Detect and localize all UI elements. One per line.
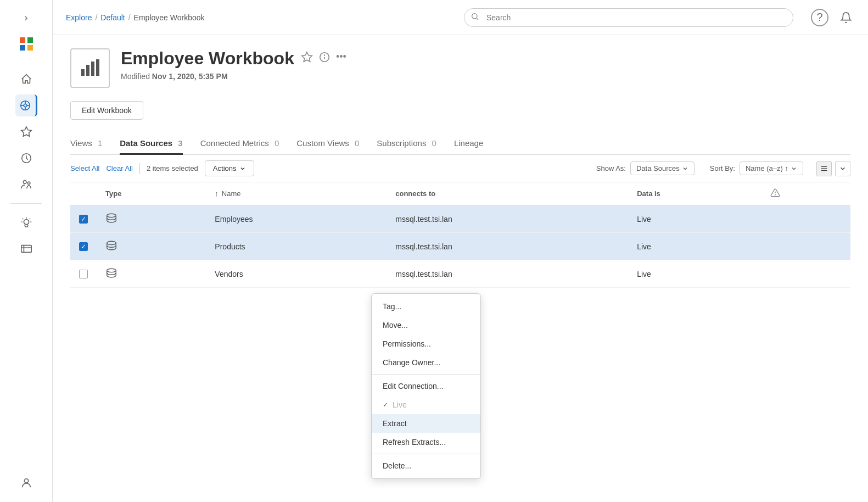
menu-item-permissions[interactable]: Permissions... — [372, 334, 480, 353]
row-warning-products — [761, 233, 850, 260]
svg-rect-28 — [91, 62, 94, 76]
col-connects-to: connects to — [387, 182, 628, 205]
actions-button[interactable]: Actions — [205, 160, 255, 176]
col-type: Type — [97, 182, 206, 205]
workbook-info: Employee Workbook ••• Modified Nov 1, 20… — [121, 48, 346, 81]
tab-subscriptions[interactable]: Subscriptions 0 — [377, 133, 436, 154]
sidebar-toggle[interactable]: › — [15, 7, 37, 29]
header-icons: ? — [811, 9, 855, 26]
checkbox-products[interactable]: ✓ — [79, 242, 88, 251]
workbook-modified-date: Nov 1, 2020, 5:35 PM — [152, 72, 228, 81]
search-bar — [464, 8, 793, 27]
breadcrumb-default[interactable]: Default — [100, 13, 125, 22]
workbook-title: Employee Workbook — [121, 48, 294, 69]
items-selected-label: 2 items selected — [147, 164, 198, 172]
svg-rect-3 — [27, 45, 33, 51]
row-checkbox-employees[interactable]: ✓ — [70, 205, 97, 233]
svg-point-40 — [107, 241, 116, 244]
menu-item-refresh-extracts[interactable]: Refresh Extracts... — [372, 433, 480, 451]
col-name-label: Name — [222, 189, 241, 198]
svg-rect-26 — [81, 69, 85, 76]
sort-by-label: Sort By: — [710, 164, 735, 172]
menu-item-tag[interactable]: Tag... — [372, 297, 480, 316]
workbook-header: Employee Workbook ••• Modified Nov 1, 20… — [70, 48, 850, 88]
row-checkbox-products[interactable]: ✓ — [70, 233, 97, 260]
breadcrumb-explore[interactable]: Explore — [66, 13, 92, 22]
row-datais-products: Live — [628, 233, 761, 260]
tab-views[interactable]: Views 1 — [70, 133, 102, 154]
sidebar-item-ideas[interactable] — [15, 211, 37, 233]
sidebar-item-collections[interactable] — [15, 238, 37, 260]
menu-item-extract[interactable]: Extract — [372, 414, 480, 433]
show-as-label: Show As: — [596, 164, 626, 172]
row-connects-employees: mssql.test.tsi.lan — [387, 205, 628, 233]
sidebar-item-recents[interactable] — [15, 147, 37, 169]
notifications-icon[interactable] — [837, 9, 855, 26]
table-row: Vendors mssql.test.tsi.lan Live — [70, 260, 850, 288]
row-checkbox-vendors[interactable] — [70, 260, 97, 288]
app-logo — [18, 35, 35, 56]
sidebar-item-favorites[interactable] — [15, 121, 37, 143]
tab-data-sources[interactable]: Data Sources 3 — [120, 133, 182, 155]
row-connects-vendors: mssql.test.tsi.lan — [387, 260, 628, 288]
clear-all-button[interactable]: Clear All — [106, 162, 132, 175]
help-icon[interactable]: ? — [811, 9, 828, 26]
workbook-info-icon[interactable] — [318, 51, 331, 66]
col-checkbox — [70, 182, 97, 205]
actions-dropdown-menu: Tag... Move... Permissions... Change Own… — [371, 293, 481, 479]
tab-lineage[interactable]: Lineage — [454, 133, 483, 154]
menu-item-live: ✓ Live — [372, 395, 480, 414]
sidebar-item-home[interactable] — [15, 68, 37, 90]
breadcrumb-current: Employee Workbook — [134, 13, 205, 22]
row-name-products[interactable]: Products — [206, 233, 387, 260]
show-as-value: Data Sources — [636, 164, 680, 172]
tabs: Views 1 Data Sources 3 Connected Metrics… — [70, 133, 850, 155]
row-name-employees[interactable]: Employees — [206, 205, 387, 233]
menu-divider-2 — [372, 454, 480, 454]
svg-rect-29 — [96, 59, 99, 76]
svg-point-12 — [23, 181, 26, 184]
svg-point-23 — [24, 479, 28, 483]
col-name[interactable]: ↑ Name — [206, 182, 387, 205]
sort-by-dropdown[interactable]: Name (a–z) ↑ — [740, 161, 803, 175]
row-type-employees — [97, 205, 206, 233]
sidebar-item-users[interactable] — [15, 174, 37, 196]
toolbar-separator — [139, 163, 140, 174]
svg-point-39 — [107, 214, 116, 217]
sidebar-item-explore[interactable] — [15, 94, 37, 116]
menu-item-delete[interactable]: Delete... — [372, 456, 480, 475]
show-as-dropdown[interactable]: Data Sources — [630, 161, 695, 175]
search-icon — [471, 12, 479, 23]
select-all-button[interactable]: Select All — [70, 162, 99, 175]
view-icons — [816, 161, 850, 176]
sidebar-item-profile[interactable] — [15, 472, 37, 494]
grid-view-dropdown-icon[interactable] — [835, 161, 850, 176]
search-input[interactable] — [464, 8, 793, 27]
row-datais-vendors: Live — [628, 260, 761, 288]
checkbox-vendors[interactable] — [79, 270, 88, 278]
tab-custom-views[interactable]: Custom Views 0 — [296, 133, 359, 154]
svg-point-14 — [24, 220, 29, 225]
svg-marker-30 — [302, 52, 312, 62]
menu-divider-1 — [372, 374, 480, 375]
tab-connected-metrics[interactable]: Connected Metrics 0 — [200, 133, 279, 154]
data-table: Type ↑ Name connects to Data is — [70, 182, 850, 288]
row-name-vendors[interactable]: Vendors — [206, 260, 387, 288]
row-connects-products: mssql.test.tsi.lan — [387, 233, 628, 260]
list-view-icon[interactable] — [816, 161, 832, 176]
menu-item-edit-connection[interactable]: Edit Connection... — [372, 377, 480, 395]
workbook-more-icon[interactable]: ••• — [336, 51, 346, 66]
checkbox-employees[interactable]: ✓ — [79, 215, 88, 224]
edit-workbook-button[interactable]: Edit Workbook — [70, 101, 143, 120]
svg-rect-27 — [86, 65, 89, 76]
actions-label: Actions — [213, 164, 237, 172]
svg-point-24 — [472, 13, 477, 18]
svg-rect-20 — [21, 246, 31, 253]
workbook-star-icon[interactable] — [301, 51, 313, 66]
menu-item-change-owner[interactable]: Change Owner... — [372, 353, 480, 372]
svg-rect-2 — [20, 45, 25, 51]
main-content: Explore / Default / Employee Workbook ? — [53, 0, 868, 502]
menu-item-move[interactable]: Move... — [372, 316, 480, 334]
workbook-action-icons: ••• — [301, 51, 346, 66]
svg-line-18 — [29, 219, 30, 219]
